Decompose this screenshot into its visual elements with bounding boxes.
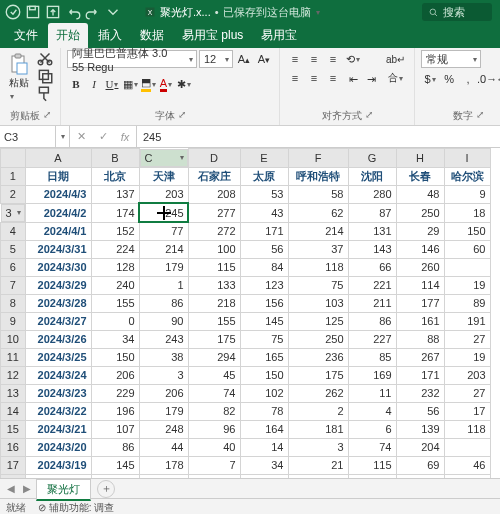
cell[interactable]: 280 [348,185,396,203]
cell[interactable]: 203 [139,185,188,203]
cell[interactable]: 11 [348,384,396,402]
cell[interactable]: 37 [288,240,348,258]
cell[interactable]: 88 [396,330,444,348]
cell[interactable]: 214 [288,222,348,240]
cell[interactable]: 206 [139,384,188,402]
row-header[interactable]: 17 [1,456,26,474]
cell[interactable]: 31 [348,474,396,478]
cell[interactable]: 227 [348,330,396,348]
cell[interactable]: 3 [288,438,348,456]
cell[interactable]: 137 [91,185,139,203]
header-cell[interactable]: 哈尔滨 [444,167,490,185]
cell[interactable]: 2024/3/25 [25,348,91,366]
cell[interactable]: 84 [240,258,288,276]
cell[interactable]: 75 [240,330,288,348]
cell[interactable]: 66 [348,258,396,276]
cell[interactable]: 156 [240,294,288,312]
increase-decimal-icon[interactable]: .0→ [478,70,496,88]
cell[interactable]: 2024/3/22 [25,402,91,420]
cell[interactable]: 14 [240,438,288,456]
column-header[interactable]: C [140,149,188,167]
cell[interactable]: 6 [348,420,396,438]
cell[interactable]: 177 [240,474,288,478]
header-cell[interactable]: 长春 [396,167,444,185]
tab-file[interactable]: 文件 [6,23,46,48]
cut-icon[interactable] [36,50,54,66]
cell[interactable]: 2024/3/21 [25,420,91,438]
cell[interactable]: 43 [240,203,288,222]
cell[interactable]: 221 [348,276,396,294]
cell[interactable]: 204 [396,438,444,456]
column-header[interactable]: B [91,149,139,168]
cell[interactable]: 143 [348,240,396,258]
tab-data[interactable]: 数据 [132,23,172,48]
cell[interactable]: 214 [139,240,188,258]
cell[interactable]: 179 [139,258,188,276]
worksheet-grid[interactable]: ABCDEFGHI1日期北京天津石家庄太原呼和浩特沈阳长春哈尔滨22024/4/… [0,148,500,478]
cell[interactable]: 86 [348,312,396,330]
tab-addin1[interactable]: 易用宝 plus [174,23,251,48]
cell[interactable]: 208 [188,185,240,203]
cell[interactable]: 145 [240,312,288,330]
accounting-format-icon[interactable]: $▾ [421,70,439,88]
cell[interactable] [444,438,490,456]
cell[interactable]: 206 [91,366,139,384]
cell[interactable]: 178 [139,456,188,474]
cell[interactable]: 150 [91,348,139,366]
column-header[interactable]: D [188,149,240,168]
cell[interactable]: 203 [444,366,490,384]
cell[interactable]: 48 [396,185,444,203]
cell[interactable]: 164 [240,420,288,438]
header-cell[interactable]: 呼和浩特 [288,167,348,185]
cell[interactable]: 38 [139,348,188,366]
header-cell[interactable]: 太原 [240,167,288,185]
header-cell[interactable]: 沈阳 [348,167,396,185]
cell[interactable]: 174 [91,203,139,222]
cell[interactable]: 224 [91,240,139,258]
cell[interactable]: 2024/3/27 [25,312,91,330]
cell[interactable]: 294 [188,348,240,366]
cell[interactable]: 131 [348,222,396,240]
cell[interactable]: 240 [91,276,139,294]
cell[interactable]: 51 [444,474,490,478]
select-all-corner[interactable] [1,149,26,168]
cell[interactable]: 232 [396,384,444,402]
cell[interactable]: 3 [139,366,188,384]
cell[interactable]: 211 [348,294,396,312]
increase-indent-icon[interactable]: ⇥ [362,70,380,88]
cell[interactable]: 171 [396,366,444,384]
formula-input[interactable]: 245 [137,126,500,147]
cell[interactable]: 114 [396,276,444,294]
clipboard-dialog-icon[interactable]: ⤢ [43,109,51,123]
cell[interactable]: 90 [139,312,188,330]
cell[interactable]: 9 [444,185,490,203]
cell[interactable]: 152 [91,222,139,240]
font-name-select[interactable]: 阿里巴巴普惠体 3.0 55 Regu [67,50,197,68]
cell[interactable]: 229 [91,384,139,402]
cell[interactable]: 45 [188,366,240,384]
header-cell[interactable]: 石家庄 [188,167,240,185]
font-size-select[interactable]: 12 [199,50,233,68]
cell[interactable]: 272 [188,222,240,240]
cell[interactable]: 19 [444,276,490,294]
cell[interactable]: 87 [348,203,396,222]
tab-addin2[interactable]: 易用宝 [253,23,305,48]
cell[interactable]: 74 [348,438,396,456]
header-cell[interactable]: 北京 [91,167,139,185]
row-header[interactable]: 15 [1,420,26,438]
align-bottom-icon[interactable]: ≡ [324,50,342,68]
cell[interactable]: 2024/4/2 [25,203,91,222]
autosave-icon[interactable] [4,3,22,21]
enter-formula-icon[interactable]: ✓ [92,126,114,147]
cell[interactable]: 267 [396,348,444,366]
cell[interactable]: 2024/3/24 [25,366,91,384]
cell[interactable]: 133 [188,276,240,294]
cell[interactable]: 56 [240,240,288,258]
cell[interactable]: 2024/3/26 [25,330,91,348]
cell[interactable]: 118 [444,420,490,438]
cell[interactable]: 58 [288,185,348,203]
cell[interactable]: 85 [348,348,396,366]
number-format-select[interactable]: 常规 [421,50,481,68]
cell[interactable]: 102 [240,384,288,402]
cell[interactable]: 34 [91,330,139,348]
